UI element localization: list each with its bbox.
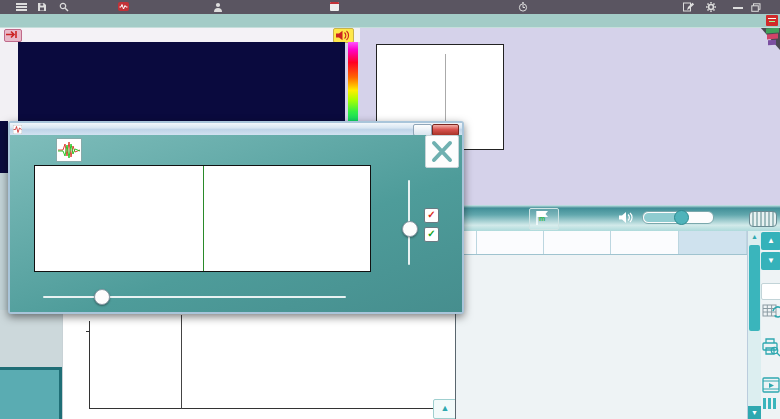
corner-badge-green bbox=[766, 28, 779, 34]
row-down-button[interactable]: ▼ bbox=[761, 252, 780, 270]
events-table-body bbox=[456, 254, 747, 419]
spectrum-left-sliver bbox=[0, 121, 8, 173]
main-titlebar bbox=[0, 0, 780, 14]
edit-notes-icon[interactable] bbox=[683, 2, 694, 12]
hzoom-slider-thumb[interactable] bbox=[94, 289, 110, 305]
audio-mute-button[interactable] bbox=[333, 28, 354, 43]
refresh-table-icon[interactable] bbox=[761, 302, 780, 320]
minimize-button[interactable] bbox=[733, 7, 743, 9]
dialog-waveform bbox=[35, 166, 370, 271]
save-icon[interactable] bbox=[37, 2, 47, 12]
header-coef[interactable] bbox=[679, 231, 747, 254]
chart-expand-button[interactable]: ▲ bbox=[433, 399, 457, 419]
scrollbar-thumb[interactable] bbox=[749, 245, 760, 331]
maximize-button[interactable] bbox=[751, 3, 761, 12]
app-logo-icon bbox=[118, 1, 129, 12]
header-intensite[interactable] bbox=[611, 231, 679, 254]
events-table-header bbox=[456, 231, 747, 255]
hzoom-slider-track[interactable] bbox=[43, 296, 346, 298]
search-icon[interactable] bbox=[59, 2, 69, 12]
app-logo bbox=[118, 1, 131, 12]
vzoom-slider-thumb[interactable] bbox=[402, 221, 418, 237]
scroll-down-icon[interactable]: ▼ bbox=[748, 406, 761, 419]
re-checkbox[interactable]: ✓ bbox=[424, 208, 439, 223]
dialog-titlebar[interactable] bbox=[10, 123, 462, 135]
header-temps[interactable] bbox=[477, 231, 544, 254]
bars-icon[interactable] bbox=[763, 398, 776, 409]
embolus-dialog: ✓ ✓ bbox=[8, 121, 464, 314]
user-icon bbox=[213, 2, 223, 12]
events-toolbar: m bbox=[456, 205, 780, 231]
chart-ytick-mark bbox=[86, 331, 89, 332]
print-preview-icon[interactable] bbox=[761, 337, 780, 357]
left-sliver bbox=[0, 173, 8, 310]
depth-bar bbox=[0, 27, 360, 42]
settings-gear-icon[interactable] bbox=[706, 2, 716, 12]
chart-cursor-line[interactable] bbox=[181, 315, 182, 409]
events-table-panel: m ▲ ▼ ▲ ▼ bbox=[455, 205, 780, 419]
volume-slider-thumb[interactable] bbox=[674, 210, 689, 225]
dialog-thumbnail-icon[interactable] bbox=[56, 138, 82, 162]
dialog-title-icon bbox=[13, 125, 22, 134]
menu-icon[interactable] bbox=[16, 3, 27, 11]
dialog-big-close-button[interactable] bbox=[425, 135, 459, 168]
ae-filter-button[interactable] bbox=[761, 283, 780, 300]
buffer-barrel-icon[interactable] bbox=[749, 211, 777, 227]
probe-alert-icon bbox=[766, 15, 778, 26]
chart-y-axis bbox=[89, 321, 90, 409]
tools-panel[interactable] bbox=[0, 367, 62, 419]
emboli-rate-chart[interactable]: ▲ bbox=[62, 312, 457, 419]
dialog-waveform-plot[interactable] bbox=[34, 165, 371, 272]
timer-icon bbox=[518, 2, 528, 12]
events-scrollbar[interactable]: ▲ ▼ bbox=[747, 231, 761, 419]
im-checkbox[interactable]: ✓ bbox=[424, 227, 439, 242]
depth-cursor-icon[interactable] bbox=[4, 29, 22, 42]
corner-badge-purple bbox=[768, 40, 776, 46]
video-playback-icon[interactable] bbox=[761, 375, 780, 395]
marker-flag-button[interactable]: m bbox=[529, 208, 559, 230]
row-up-button[interactable]: ▲ bbox=[761, 232, 780, 250]
corner-badge-red bbox=[767, 34, 778, 40]
calendar-icon bbox=[330, 2, 339, 11]
volume-speaker-icon[interactable] bbox=[619, 211, 634, 224]
header-type[interactable] bbox=[544, 231, 611, 254]
tcd-monitor-app: ▲ m ▲ ▼ bbox=[0, 0, 780, 419]
dialog-body: ✓ ✓ bbox=[10, 135, 462, 312]
scroll-up-icon[interactable]: ▲ bbox=[748, 231, 761, 243]
chart-x-axis bbox=[89, 408, 449, 409]
exam-status-bar bbox=[0, 14, 780, 28]
marker-flag-m: m bbox=[539, 215, 545, 222]
